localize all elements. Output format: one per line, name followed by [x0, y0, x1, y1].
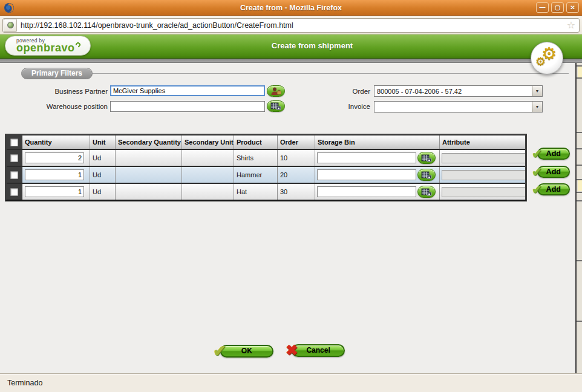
unit-cell: Ud [90, 184, 116, 200]
window-titlebar: Create from - Mozilla Firefox — ▢ ✕ [0, 0, 582, 16]
primary-filters-divider [79, 73, 569, 74]
dropdown-arrow-icon[interactable]: ▼ [532, 102, 542, 112]
window-title: Create from - Mozilla Firefox [0, 4, 582, 12]
bookmark-star-icon[interactable]: ☆ [567, 19, 575, 31]
quantity-input[interactable] [25, 152, 84, 163]
warehouse-icon [421, 171, 432, 179]
ok-button[interactable]: ✔ OK [213, 342, 273, 361]
product-cell: Hat [234, 184, 278, 200]
storage-bin-input[interactable] [317, 169, 416, 180]
column-header-order: Order [278, 136, 315, 149]
column-header-quantity: Quantity [22, 136, 90, 149]
status-bar: Terminado [0, 373, 582, 392]
warehouse-position-input[interactable] [110, 101, 265, 112]
column-header-secondary-unit: Secondary Unit [182, 136, 234, 149]
column-header-product: Product [234, 136, 278, 149]
order-cell: 30 [278, 184, 315, 200]
column-header-secondary-quantity: Secondary Quantity [116, 136, 182, 149]
cross-icon: ✖ [286, 342, 298, 359]
storage-bin-lookup-button[interactable] [417, 169, 436, 181]
dropdown-arrow-icon[interactable]: ▼ [532, 86, 542, 96]
column-header-unit: Unit [90, 136, 116, 149]
app-header: powered by openbravo Create from shipmen… [0, 34, 582, 59]
unit-cell: Ud [90, 150, 116, 166]
gear-icon: ⚙ [535, 54, 546, 68]
invoice-select[interactable]: ▼ [374, 101, 543, 113]
storage-bin-lookup-button[interactable] [417, 152, 436, 164]
settings-gear-button[interactable]: ⚙ ⚙ [531, 42, 563, 74]
header-divider [0, 59, 582, 63]
url-text: http://192.168.102.114/openbravo-trunk_o… [18, 21, 293, 30]
secondary-unit-cell [182, 167, 234, 183]
attribute-input[interactable] [442, 170, 525, 180]
table-header-row: Quantity Unit Secondary Quantity Seconda… [7, 136, 525, 149]
table-row: Ud Shirts 10 [7, 149, 525, 166]
check-icon: ✔ [532, 182, 542, 197]
row-checkbox[interactable] [10, 171, 18, 179]
column-header-storage-bin: Storage Bin [315, 136, 440, 149]
add-button[interactable]: ✔ Add [532, 165, 570, 179]
check-icon: ✔ [532, 146, 542, 161]
quantity-input[interactable] [25, 186, 84, 197]
lines-table: Quantity Unit Secondary Quantity Seconda… [5, 134, 527, 201]
status-text: Terminado [7, 379, 42, 387]
storage-bin-input[interactable] [317, 152, 416, 163]
right-edge-strip [575, 63, 582, 373]
order-label: Order [267, 88, 370, 95]
order-cell: 20 [278, 167, 315, 183]
column-header-attribute: Attribute [440, 136, 525, 149]
check-icon: ✔ [213, 342, 226, 361]
cancel-button[interactable]: ✖ Cancel [286, 342, 345, 359]
secondary-unit-cell [182, 150, 234, 166]
minimize-button[interactable]: — [536, 2, 549, 13]
product-cell: Shirts [234, 150, 278, 166]
add-button[interactable]: ✔ Add [532, 182, 570, 197]
order-select[interactable]: 800005 - 07-04-2006 - 57.42 ▼ [374, 85, 543, 97]
openbravo-logo: powered by openbravo [5, 36, 91, 56]
order-selected-value: 800005 - 07-04-2006 - 57.42 [374, 88, 532, 95]
attribute-input[interactable] [442, 187, 525, 197]
select-all-checkbox[interactable] [10, 139, 18, 146]
close-button[interactable]: ✕ [566, 2, 579, 13]
browser-window: Create from - Mozilla Firefox — ▢ ✕ http… [0, 0, 582, 392]
attribute-input[interactable] [442, 153, 525, 163]
brand-label: openbravo [16, 44, 90, 52]
table-row: Ud Hat 30 [7, 183, 525, 200]
row-checkbox[interactable] [10, 154, 18, 162]
row-checkbox[interactable] [10, 188, 18, 196]
page-title: Create from shipment [91, 41, 534, 50]
secondary-quantity-cell [116, 167, 182, 183]
add-button[interactable]: ✔ Add [532, 146, 570, 161]
storage-bin-input[interactable] [317, 186, 416, 197]
warehouse-icon [421, 154, 432, 162]
check-icon: ✔ [532, 165, 542, 179]
business-partner-label: Business Partner [5, 88, 108, 95]
browser-toolbar: http://192.168.102.114/openbravo-trunk_o… [0, 16, 582, 34]
secondary-unit-cell [182, 184, 234, 200]
table-row: Ud Hammer 20 [7, 166, 525, 183]
unit-cell: Ud [90, 167, 116, 183]
ok-button-label: OK [220, 345, 273, 358]
product-cell: Hammer [234, 167, 278, 183]
storage-bin-lookup-button[interactable] [417, 186, 436, 198]
business-partner-input[interactable] [110, 85, 265, 96]
invoice-label: Invoice [267, 103, 370, 110]
cancel-button-label: Cancel [292, 344, 345, 357]
url-field[interactable]: http://192.168.102.114/openbravo-trunk_o… [2, 18, 580, 33]
secondary-quantity-cell [116, 184, 182, 200]
primary-filters-badge: Primary Filters [21, 68, 93, 79]
quantity-input[interactable] [25, 169, 84, 180]
warehouse-icon [421, 188, 432, 196]
warehouse-position-label: Warehouse position [5, 103, 108, 110]
page-favicon [4, 19, 17, 32]
maximize-button[interactable]: ▢ [551, 2, 564, 13]
order-cell: 10 [278, 150, 315, 166]
secondary-quantity-cell [116, 150, 182, 166]
